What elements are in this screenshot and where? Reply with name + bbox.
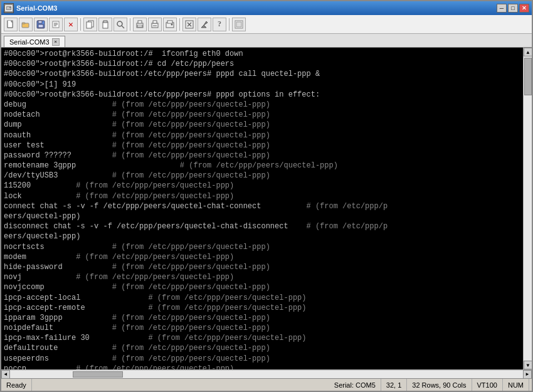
svg-rect-26 xyxy=(167,21,172,23)
scroll-right-button[interactable]: ► xyxy=(523,370,532,379)
scroll-up-button[interactable]: ▲ xyxy=(524,48,532,56)
h-scroll-track[interactable] xyxy=(10,371,523,378)
svg-rect-7 xyxy=(38,21,42,23)
minimize-button[interactable]: ─ xyxy=(497,4,507,13)
scroll-left-button[interactable]: ◄ xyxy=(1,370,10,379)
tools-button[interactable] xyxy=(198,18,211,31)
status-position: 32, 1 xyxy=(381,379,407,391)
scroll-track[interactable] xyxy=(524,56,532,361)
vertical-scrollbar: ▲ ▼ xyxy=(523,48,532,369)
separator-2 xyxy=(130,18,130,31)
svg-rect-21 xyxy=(137,25,142,27)
tab-close-button[interactable]: × xyxy=(52,38,60,46)
title-buttons: ─ □ ✕ xyxy=(497,4,529,13)
separator-3 xyxy=(179,18,180,31)
status-num: NUM xyxy=(503,379,529,391)
separator-4 xyxy=(229,18,230,31)
title-bar: Serial-COM3 ─ □ ✕ xyxy=(1,1,532,15)
print-button[interactable] xyxy=(133,18,147,31)
title-bar-left: Serial-COM3 xyxy=(4,3,57,13)
status-bar: Ready Serial: COM5 32, 1 32 Rows, 90 Col… xyxy=(1,378,532,391)
tab-serial-com3[interactable]: Serial-COM3 × xyxy=(4,36,65,47)
print3-button[interactable] xyxy=(163,18,177,31)
status-ready: Ready xyxy=(4,379,32,391)
delete-button[interactable]: ✕ xyxy=(64,18,78,31)
svg-line-18 xyxy=(122,26,124,28)
svg-rect-14 xyxy=(87,22,92,28)
separator-1 xyxy=(80,18,81,31)
scroll-down-button[interactable]: ▼ xyxy=(524,361,532,369)
find-button[interactable] xyxy=(113,18,127,31)
svg-rect-23 xyxy=(153,21,157,23)
status-port: Serial: COM5 xyxy=(329,379,381,391)
window-title: Serial-COM3 xyxy=(16,4,57,12)
paste-button[interactable] xyxy=(98,18,112,31)
horizontal-scrollbar: ◄ ► xyxy=(1,369,532,378)
copy-button[interactable] xyxy=(83,18,97,31)
about-button[interactable] xyxy=(232,18,246,31)
svg-point-17 xyxy=(117,21,122,26)
terminal-wrapper: #00cc00">root@rk3566-buildroot:/# ifconf… xyxy=(1,48,532,369)
open-button[interactable] xyxy=(19,18,33,31)
svg-rect-16 xyxy=(103,21,107,23)
h-scroll-thumb[interactable] xyxy=(73,371,123,378)
svg-rect-5 xyxy=(22,23,25,24)
help-button[interactable]: ? xyxy=(213,18,226,31)
maximize-button[interactable]: □ xyxy=(508,4,518,13)
status-dimensions: 32 Rows, 90 Cols xyxy=(407,379,472,391)
settings-button[interactable] xyxy=(182,18,196,31)
toolbar: ✕ ? xyxy=(1,15,532,34)
print2-button[interactable] xyxy=(148,18,162,31)
svg-rect-8 xyxy=(38,24,43,28)
save-button[interactable] xyxy=(34,18,48,31)
svg-point-27 xyxy=(171,23,173,25)
svg-rect-32 xyxy=(236,22,241,27)
new-button[interactable] xyxy=(4,18,18,31)
main-window: Serial-COM3 ─ □ ✕ ✕ xyxy=(0,0,533,392)
status-mode: VT100 xyxy=(472,379,503,391)
svg-rect-0 xyxy=(6,6,12,11)
properties-button[interactable] xyxy=(49,18,63,31)
scroll-thumb[interactable] xyxy=(524,58,532,95)
close-button[interactable]: ✕ xyxy=(519,4,529,13)
svg-rect-20 xyxy=(138,21,142,23)
terminal-output[interactable]: #00cc00">root@rk3566-buildroot:/# ifconf… xyxy=(1,48,523,369)
tab-label: Serial-COM3 xyxy=(9,38,50,46)
app-icon xyxy=(4,3,14,13)
tab-bar: Serial-COM3 × xyxy=(1,34,532,48)
